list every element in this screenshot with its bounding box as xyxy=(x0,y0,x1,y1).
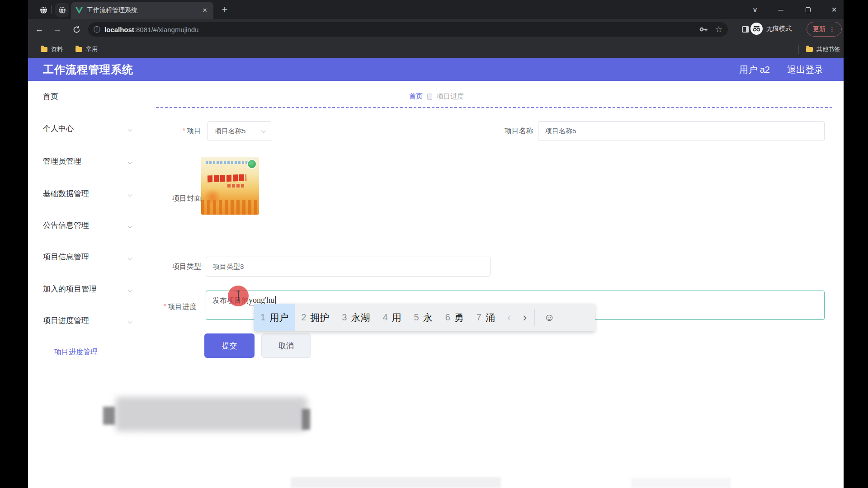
bookmark-star-icon[interactable]: ☆ xyxy=(715,24,722,34)
project-name-label: 项目名称 xyxy=(484,127,533,136)
vue-favicon xyxy=(75,7,83,14)
project-type-input[interactable]: 项目类型3 xyxy=(206,257,491,277)
project-cover-image[interactable] xyxy=(201,157,259,215)
sidebar-item-project-info[interactable]: 项目信息管理 xyxy=(43,252,89,262)
ime-emoji-icon[interactable]: ☺ xyxy=(537,311,561,324)
sidebar-item-project-progress[interactable]: 项目进度管理 xyxy=(43,315,89,326)
project-select[interactable]: 项目名称5 xyxy=(208,121,271,141)
required-asterisk: * xyxy=(183,127,185,135)
incognito-icon xyxy=(750,23,763,35)
url-host: localhost xyxy=(104,26,134,33)
project-type-label: 项目类型 xyxy=(151,262,201,272)
ime-prev-page-icon[interactable]: ‹ xyxy=(501,310,517,324)
ibeam-cursor-icon xyxy=(238,291,239,301)
globe-icon xyxy=(40,6,47,14)
chevron-down-icon xyxy=(128,160,132,164)
sidebar-subitem-project-progress-active[interactable]: 项目进度管理 xyxy=(54,347,98,357)
ime-candidate-1[interactable]: 1用户 xyxy=(254,304,295,331)
cover-decor xyxy=(247,159,257,169)
ime-divider xyxy=(534,309,535,326)
app-title: 工作流程管理系统 xyxy=(43,62,133,77)
project-cover-label: 项目封面 xyxy=(151,194,201,203)
ime-candidate-3[interactable]: 3永湖 xyxy=(335,304,376,331)
breadcrumb-separator-icon xyxy=(427,94,432,100)
watermark-smudge xyxy=(302,409,310,430)
update-button[interactable]: 更新 ⋮ xyxy=(807,22,842,37)
tab-close-icon[interactable]: × xyxy=(201,6,209,15)
chevron-down-icon xyxy=(128,192,132,197)
faint-watermark-box xyxy=(631,478,731,488)
tab-search-chevron-icon[interactable]: ∨ xyxy=(745,0,765,19)
watermark-smudge xyxy=(103,407,115,425)
chevron-down-icon xyxy=(128,127,132,132)
bookmarks-divider xyxy=(798,45,799,54)
chevron-down-icon xyxy=(128,319,132,324)
restore-icon xyxy=(806,7,811,12)
reload-icon[interactable] xyxy=(70,23,83,36)
pinned-tab-2[interactable] xyxy=(55,3,69,17)
sidebar-item-joined-projects[interactable]: 加入的项目管理 xyxy=(43,284,97,294)
sidebar-item-admin-management[interactable]: 管理员管理 xyxy=(43,156,81,166)
cancel-button[interactable]: 取消 xyxy=(261,333,311,358)
sidebar-item-home[interactable]: 首页 xyxy=(43,91,58,102)
url-path: :8081/#/xiangmujindu xyxy=(134,26,199,33)
minimize-button[interactable]: – xyxy=(770,0,791,19)
project-progress-label: *项目进度 xyxy=(147,302,197,312)
cover-decor xyxy=(227,184,245,188)
bookmark-folder-ziliao[interactable]: 资料 xyxy=(41,45,63,53)
restore-button[interactable] xyxy=(797,0,818,19)
faint-watermark-box xyxy=(291,477,501,488)
current-user-label: 用户 a2 xyxy=(739,64,770,76)
panel-dashed-border xyxy=(156,107,832,108)
ime-next-page-icon[interactable]: › xyxy=(517,310,533,324)
password-key-icon[interactable] xyxy=(699,27,708,32)
incognito-badge: 无痕模式 xyxy=(750,23,792,35)
active-tab[interactable]: 工作流程管理系统 × xyxy=(71,2,213,19)
sidebar-item-base-data[interactable]: 基础数据管理 xyxy=(43,188,89,199)
chevron-down-icon xyxy=(128,256,132,260)
chevron-down-icon xyxy=(128,288,132,292)
ime-candidate-7[interactable]: 7涌 xyxy=(470,304,501,331)
update-label: 更新 xyxy=(813,25,826,33)
tab-separator xyxy=(51,5,52,14)
back-icon[interactable]: ← xyxy=(33,23,46,36)
blurred-watermark xyxy=(115,397,307,432)
ime-candidate-2[interactable]: 2拥护 xyxy=(295,304,335,331)
pinned-tab-1[interactable] xyxy=(37,3,50,17)
folder-icon xyxy=(41,47,47,52)
sidebar-item-announcement[interactable]: 公告信息管理 xyxy=(43,220,89,230)
project-name-input[interactable]: 项目名称5 xyxy=(538,121,825,141)
cover-decor xyxy=(208,174,246,183)
submit-button[interactable]: 提交 xyxy=(204,333,255,358)
folder-icon xyxy=(75,47,82,52)
url-bar[interactable]: ⓘ localhost:8081/#/xiangmujindu ☆ xyxy=(88,22,728,37)
forward-icon[interactable]: → xyxy=(51,23,64,36)
tab-strip: 工作流程管理系统 × + ∨ – × xyxy=(28,0,844,19)
text-caret xyxy=(275,296,276,304)
incognito-label: 无痕模式 xyxy=(766,25,792,33)
chevron-down-icon xyxy=(128,224,132,229)
breadcrumb-current: 项目进度 xyxy=(437,92,464,101)
project-field-label: *项目 xyxy=(151,127,201,136)
folder-icon xyxy=(806,47,813,52)
browser-toolbar: ← → ⓘ localhost:8081/#/xiangmujindu ☆ 无痕… xyxy=(28,19,844,40)
other-bookmarks[interactable]: 其他书签 xyxy=(798,45,840,54)
bookmarks-bar: 资料 常用 其他书签 xyxy=(28,40,844,58)
ime-candidate-6[interactable]: 6勇 xyxy=(439,304,470,331)
close-window-button[interactable]: × xyxy=(824,0,844,19)
logout-link[interactable]: 退出登录 xyxy=(787,64,823,76)
sidebar-item-personal-center[interactable]: 个人中心 xyxy=(43,123,74,134)
ime-candidate-4[interactable]: 4用 xyxy=(376,304,407,331)
bookmark-folder-changyong[interactable]: 常用 xyxy=(75,45,98,53)
required-asterisk: * xyxy=(164,303,166,310)
app-header: 工作流程管理系统 用户 a2 退出登录 xyxy=(28,58,844,81)
cover-decor xyxy=(205,188,220,206)
ime-candidate-bar: 1用户 2拥护 3永湖 4用 5永 6勇 7涌 xyxy=(254,304,595,331)
site-info-icon[interactable]: ⓘ xyxy=(94,25,100,34)
breadcrumb: 首页 项目进度 xyxy=(409,92,464,101)
chevron-down-icon xyxy=(261,128,266,133)
breadcrumb-home-link[interactable]: 首页 xyxy=(409,92,423,101)
new-tab-button[interactable]: + xyxy=(219,4,231,15)
ime-candidate-5[interactable]: 5永 xyxy=(408,304,439,331)
browser-menu-kebab-icon[interactable]: ⋮ xyxy=(829,27,835,32)
